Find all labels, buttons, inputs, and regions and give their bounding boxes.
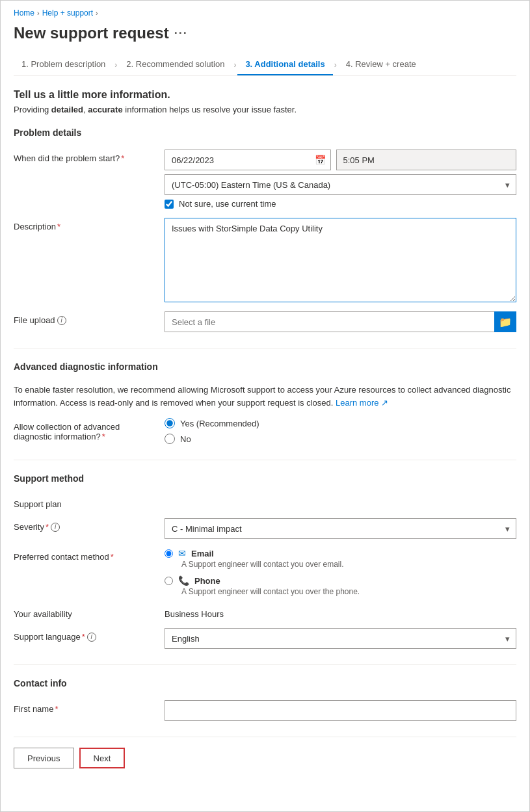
- adv-yes-option[interactable]: Yes (Recommended): [165, 418, 516, 428]
- file-upload-label: File upload i: [14, 311, 157, 325]
- page-title-area: New support request ···: [14, 24, 516, 42]
- description-textarea[interactable]: Issues with StorSimple Data Copy Utility: [165, 218, 516, 302]
- severity-select[interactable]: C - Minimal impact: [165, 518, 516, 539]
- learn-more-link[interactable]: Learn more ↗: [336, 398, 388, 408]
- problem-details-section: Problem details When did the problem sta…: [14, 127, 516, 332]
- next-button[interactable]: Next: [79, 748, 126, 768]
- file-upload-info-icon[interactable]: i: [57, 316, 66, 325]
- date-time-row: 📅: [165, 150, 516, 170]
- support-plan-row: Support plan: [14, 495, 516, 509]
- step-2[interactable]: 2. Recommended solution: [118, 54, 232, 75]
- date-input-wrapper: 📅: [165, 150, 331, 170]
- file-upload-row: File upload i 📁: [14, 311, 516, 332]
- adv-no-label: No: [180, 434, 191, 444]
- contact-info-section: Contact info First name*: [14, 678, 516, 721]
- contact-phone-option: 📞 Phone A Support engineer will contact …: [165, 575, 516, 596]
- not-sure-checkbox[interactable]: [165, 200, 174, 209]
- severity-controls: C - Minimal impact ▾: [165, 518, 516, 539]
- support-language-label: Support language* i: [14, 628, 157, 642]
- advanced-diagnostic-desc: To enable faster resolution, we recommen…: [14, 384, 516, 409]
- problem-details-title: Problem details: [14, 127, 516, 140]
- contact-method-controls: ✉ Email A Support engineer will contact …: [165, 548, 516, 596]
- intro-desc: Providing detailed, accurate information…: [14, 105, 516, 114]
- breadcrumb-sep1: ›: [37, 9, 40, 17]
- first-name-controls: [165, 700, 516, 721]
- contact-email-option: ✉ Email A Support engineer will contact …: [165, 548, 516, 569]
- contact-email-header: ✉ Email: [165, 548, 516, 558]
- allow-collection-controls: Yes (Recommended) No: [165, 418, 516, 444]
- first-name-row: First name*: [14, 700, 516, 721]
- timezone-select-wrapper: (UTC-05:00) Eastern Time (US & Canada) ▾: [165, 174, 516, 195]
- support-plan-label: Support plan: [14, 495, 157, 509]
- page-title-dots: ···: [174, 27, 188, 40]
- contact-phone-label: Phone: [194, 576, 220, 586]
- problem-start-controls: 📅 (UTC-05:00) Eastern Time (US & Canada)…: [165, 150, 516, 209]
- file-upload-controls: 📁: [165, 311, 516, 332]
- severity-label: Severity* i: [14, 518, 157, 532]
- breadcrumb-home[interactable]: Home: [14, 8, 34, 18]
- step-3[interactable]: 3. Additional details: [237, 54, 332, 75]
- timezone-select[interactable]: (UTC-05:00) Eastern Time (US & Canada): [165, 174, 516, 195]
- description-row: Description* Issues with StorSimple Data…: [14, 218, 516, 302]
- problem-start-row: When did the problem start?* 📅 (UTC-05:0…: [14, 150, 516, 209]
- contact-phone-header: 📞 Phone: [165, 575, 516, 586]
- support-language-select[interactable]: English: [165, 628, 516, 649]
- support-method-section: Support method Support plan Severity* i …: [14, 473, 516, 649]
- email-icon: ✉: [178, 548, 186, 558]
- severity-info-icon[interactable]: i: [51, 523, 60, 532]
- step-sep-2: ›: [232, 60, 237, 70]
- first-name-input[interactable]: [165, 700, 516, 721]
- phone-icon: 📞: [178, 575, 189, 586]
- file-upload-wrapper: 📁: [165, 311, 516, 332]
- contact-method-row: Preferred contact method* ✉ Email A Supp…: [14, 548, 516, 596]
- problem-start-label: When did the problem start?*: [14, 150, 157, 163]
- file-upload-button[interactable]: 📁: [494, 311, 516, 332]
- not-sure-checkbox-row: Not sure, use current time: [165, 199, 516, 209]
- time-input[interactable]: [336, 150, 517, 170]
- availability-controls: Business Hours: [165, 605, 516, 619]
- not-sure-label: Not sure, use current time: [179, 199, 276, 209]
- previous-button[interactable]: Previous: [14, 748, 74, 768]
- contact-email-desc: A Support engineer will contact you over…: [181, 560, 516, 569]
- description-controls: Issues with StorSimple Data Copy Utility: [165, 218, 516, 302]
- contact-info-title: Contact info: [14, 678, 516, 691]
- breadcrumb-help[interactable]: Help + support: [42, 8, 93, 18]
- steps-navigation: 1. Problem description › 2. Recommended …: [14, 54, 516, 76]
- description-label: Description*: [14, 218, 157, 231]
- contact-method-label: Preferred contact method*: [14, 548, 157, 562]
- step-sep-1: ›: [113, 60, 118, 70]
- contact-email-radio[interactable]: [165, 549, 173, 558]
- severity-row: Severity* i C - Minimal impact ▾: [14, 518, 516, 539]
- file-upload-input[interactable]: [165, 311, 494, 332]
- support-language-controls: English ▾: [165, 628, 516, 649]
- advanced-diagnostic-section: Advanced diagnostic information To enabl…: [14, 361, 516, 444]
- availability-label: Your availability: [14, 605, 157, 619]
- advanced-diagnostic-title: Advanced diagnostic information: [14, 361, 516, 374]
- contact-phone-desc: A Support engineer will contact you over…: [181, 587, 516, 596]
- step-4[interactable]: 4. Review + create: [338, 54, 424, 75]
- divider-1: [14, 348, 516, 348]
- calendar-icon: 📅: [315, 155, 326, 165]
- adv-no-radio[interactable]: [165, 434, 175, 444]
- severity-select-wrapper: C - Minimal impact ▾: [165, 518, 516, 539]
- breadcrumb: Home › Help + support ›: [14, 8, 516, 18]
- breadcrumb-sep2: ›: [96, 9, 98, 17]
- allow-collection-label: Allow collection of advanced diagnostic …: [14, 418, 157, 441]
- adv-yes-radio[interactable]: [165, 418, 175, 428]
- page-title: New support request: [14, 24, 169, 42]
- step-1[interactable]: 1. Problem description: [14, 54, 113, 75]
- divider-2: [14, 460, 516, 460]
- adv-no-option[interactable]: No: [165, 434, 516, 444]
- date-input[interactable]: [165, 150, 331, 170]
- support-language-row: Support language* i English ▾: [14, 628, 516, 649]
- navigation-buttons: Previous Next: [14, 737, 516, 768]
- adv-yes-label: Yes (Recommended): [180, 419, 259, 428]
- intro-title: Tell us a little more information.: [14, 89, 516, 101]
- support-method-title: Support method: [14, 473, 516, 486]
- contact-phone-radio[interactable]: [165, 577, 173, 585]
- divider-3: [14, 664, 516, 665]
- availability-row: Your availability Business Hours: [14, 605, 516, 619]
- allow-collection-row: Allow collection of advanced diagnostic …: [14, 418, 516, 444]
- contact-email-label: Email: [191, 549, 214, 558]
- support-language-info-icon[interactable]: i: [87, 633, 96, 642]
